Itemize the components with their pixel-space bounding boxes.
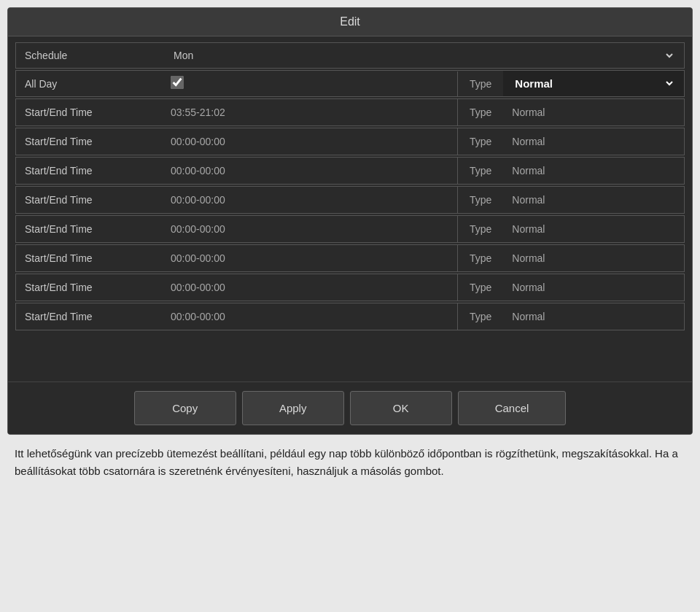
time-label-2: Start/End Time [16, 158, 162, 184]
time-right-4: Type Normal [458, 216, 684, 242]
allday-checkbox-container [162, 71, 192, 96]
time-type-value-4: Normal [503, 216, 553, 242]
time-type-value-2: Normal [503, 158, 553, 184]
time-type-label-7: Type [458, 303, 503, 330]
time-row-3: Start/End Time 00:00-00:00 Type Normal [15, 186, 685, 214]
time-label-6: Start/End Time [16, 274, 162, 301]
time-value-0: 03:55-21:02 [162, 99, 457, 125]
time-row-1: Start/End Time 00:00-00:00 Type Normal [15, 128, 685, 155]
time-type-value-3: Normal [503, 187, 553, 213]
time-label-1: Start/End Time [16, 128, 162, 155]
time-type-label-6: Type [458, 274, 503, 301]
time-row-7: Start/End Time 00:00-00:00 Type Normal [15, 303, 685, 330]
time-type-label-5: Type [458, 245, 503, 271]
button-row: Copy Apply OK Cancel [8, 381, 692, 434]
schedule-label: Schedule [16, 44, 162, 67]
time-row-2: Start/End Time 00:00-00:00 Type Normal [15, 157, 685, 185]
time-right-7: Type Normal [458, 303, 684, 330]
time-value-6: 00:00-00:00 [162, 274, 457, 301]
time-right-3: Type Normal [458, 187, 684, 213]
time-type-value-6: Normal [503, 274, 553, 301]
time-value-7: 00:00-00:00 [162, 303, 457, 330]
copy-button[interactable]: Copy [134, 391, 236, 425]
time-left-3: Start/End Time 00:00-00:00 [16, 187, 458, 213]
allday-type-label: Type [458, 72, 503, 96]
schedule-select[interactable]: Mon Tue Wed Thu Fri Sat Sun [171, 49, 675, 62]
time-left-1: Start/End Time 00:00-00:00 [16, 128, 458, 155]
time-row-6: Start/End Time 00:00-00:00 Type Normal [15, 274, 685, 301]
time-type-label-1: Type [458, 128, 503, 155]
dialog-body: Schedule Mon Tue Wed Thu Fri Sat Sun All… [8, 36, 692, 381]
time-value-2: 00:00-00:00 [162, 158, 457, 184]
time-left-2: Start/End Time 00:00-00:00 [16, 158, 458, 184]
allday-row: All Day Type Normal Motion Alarm [15, 70, 685, 97]
time-label-0: Start/End Time [16, 99, 162, 125]
ok-button[interactable]: OK [350, 391, 452, 425]
description-text: Itt lehetőségünk van precízebb ütemezést… [7, 445, 693, 480]
time-right-0: Type Normal [458, 99, 684, 125]
spacer [15, 332, 685, 376]
time-type-value-0: Normal [503, 99, 553, 125]
time-row-5: Start/End Time 00:00-00:00 Type Normal [15, 244, 685, 272]
time-row-4: Start/End Time 00:00-00:00 Type Normal [15, 215, 685, 243]
time-type-label-2: Type [458, 158, 503, 184]
time-rows-container: Start/End Time 03:55-21:02 Type Normal S… [15, 98, 685, 330]
time-right-5: Type Normal [458, 245, 684, 271]
allday-right: Type Normal Motion Alarm [458, 71, 684, 96]
apply-button[interactable]: Apply [242, 391, 344, 425]
time-right-1: Type Normal [458, 128, 684, 155]
time-label-5: Start/End Time [16, 245, 162, 271]
schedule-row: Schedule Mon Tue Wed Thu Fri Sat Sun [15, 42, 685, 69]
time-type-label-0: Type [458, 99, 503, 125]
allday-left: All Day [16, 71, 458, 96]
time-left-7: Start/End Time 00:00-00:00 [16, 303, 458, 330]
time-value-4: 00:00-00:00 [162, 216, 457, 242]
time-type-value-5: Normal [503, 245, 553, 271]
allday-label: All Day [16, 72, 162, 96]
time-left-5: Start/End Time 00:00-00:00 [16, 245, 458, 271]
time-left-0: Start/End Time 03:55-21:02 [16, 99, 458, 125]
schedule-value: Mon Tue Wed Thu Fri Sat Sun [162, 43, 684, 68]
time-type-value-7: Normal [503, 303, 553, 330]
edit-dialog: Edit Schedule Mon Tue Wed Thu Fri Sat Su… [7, 7, 693, 435]
time-label-4: Start/End Time [16, 216, 162, 242]
time-value-3: 00:00-00:00 [162, 187, 457, 213]
time-label-7: Start/End Time [16, 303, 162, 330]
time-right-2: Type Normal [458, 158, 684, 184]
time-type-value-1: Normal [503, 128, 553, 155]
time-type-label-4: Type [458, 216, 503, 242]
allday-type-select[interactable]: Normal Motion Alarm [512, 77, 675, 90]
allday-type-dropdown: Normal Motion Alarm [503, 71, 684, 96]
cancel-button[interactable]: Cancel [458, 391, 567, 425]
time-left-6: Start/End Time 00:00-00:00 [16, 274, 458, 301]
time-left-4: Start/End Time 00:00-00:00 [16, 216, 458, 242]
time-row-0: Start/End Time 03:55-21:02 Type Normal [15, 98, 685, 126]
time-type-label-3: Type [458, 187, 503, 213]
time-value-5: 00:00-00:00 [162, 245, 457, 271]
time-right-6: Type Normal [458, 274, 684, 301]
allday-checkbox[interactable] [171, 76, 184, 89]
dialog-title: Edit [8, 8, 692, 36]
time-label-3: Start/End Time [16, 187, 162, 213]
time-value-1: 00:00-00:00 [162, 128, 457, 155]
